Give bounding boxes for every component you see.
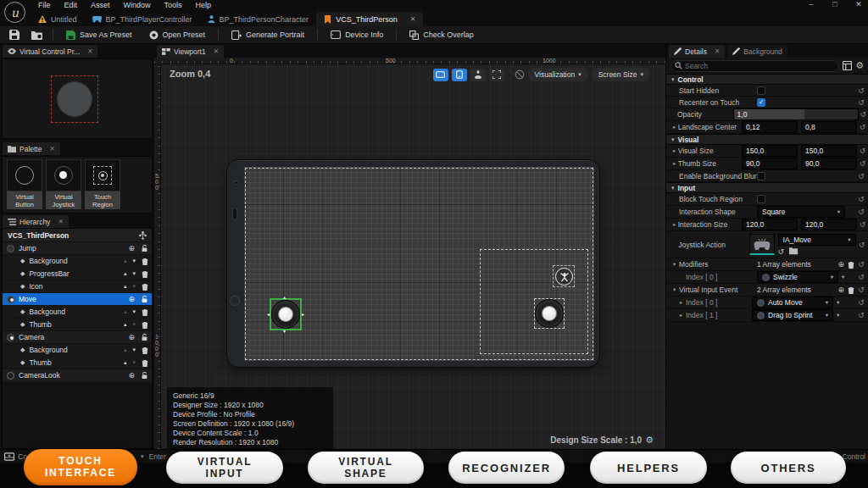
add-child-icon[interactable]: ⊕ (128, 295, 135, 303)
search-input[interactable] (670, 60, 839, 72)
close-icon[interactable]: ✕ (58, 218, 63, 225)
hierarchy-row-camera-background[interactable]: ◆ Background ▴ ▾ (3, 344, 152, 356)
hierarchy-row-cameralook[interactable]: CameraLook ⊕ (3, 369, 152, 381)
recognizer-button[interactable]: RECOGNIZER (448, 452, 565, 484)
reset-icon[interactable]: ↺ (857, 147, 868, 155)
preview-control-circle[interactable] (57, 81, 92, 117)
reset-icon[interactable]: ↺ (854, 195, 868, 203)
clear-array-icon[interactable] (848, 261, 854, 269)
tab-viewport[interactable]: Viewport1 ✕ (157, 45, 224, 58)
others-button[interactable]: OTHERS (731, 452, 846, 484)
reset-icon[interactable]: ↺ (857, 123, 868, 131)
camera-joystick-selection[interactable] (534, 298, 565, 329)
lock-icon[interactable] (141, 295, 148, 303)
interaction-size-y-field[interactable]: 120,0 (801, 219, 857, 230)
palette-item-virtual-joystick[interactable]: VirtualJoystick (46, 159, 81, 210)
hierarchy-row-move-background[interactable]: ◆ Backgound ▴ ▾ (3, 306, 152, 318)
add-element-icon[interactable]: ⊕ (837, 286, 844, 294)
lock-icon[interactable] (141, 333, 148, 341)
reset-icon[interactable]: ↺ (854, 208, 868, 216)
move-down-icon[interactable]: ▾ (132, 308, 136, 315)
delete-icon[interactable] (142, 347, 148, 354)
start-hidden-checkbox[interactable] (757, 86, 765, 95)
input-action-thumbnail[interactable] (749, 234, 775, 255)
menu-help[interactable]: Help (189, 0, 219, 11)
browse-to-asset-button[interactable] (27, 27, 47, 42)
reset-icon[interactable]: ↺ (859, 110, 868, 119)
lock-icon[interactable] (141, 244, 148, 252)
tab-palette[interactable]: Palette ✕ (3, 142, 60, 155)
reset-icon[interactable]: ↺ (854, 298, 868, 307)
close-icon[interactable]: ✕ (214, 47, 219, 55)
reset-icon[interactable]: ↺ (854, 98, 868, 107)
move-down-icon[interactable]: ▾ (132, 359, 136, 366)
console-command-input[interactable]: ▾ Enter (141, 452, 166, 461)
element-menu-icon[interactable]: ▾ (842, 274, 844, 280)
generate-portrait-button[interactable]: Generate Portrait (225, 27, 311, 42)
helpers-button[interactable]: HELPERS (590, 452, 707, 484)
tab-vcs-thirdperson[interactable]: VCS_ThirdPerson ✕ (316, 12, 423, 26)
section-input[interactable]: ▾ Input (666, 182, 868, 193)
move-down-icon[interactable]: ▾ (132, 321, 136, 328)
screen-size-dropdown[interactable]: Screen Size▾ (592, 68, 650, 81)
move-joystick-selection[interactable]: ▴ ▾ ◂ ▸ (270, 298, 302, 330)
menu-tools[interactable]: Tools (158, 0, 189, 11)
delete-icon[interactable] (142, 308, 148, 316)
tab-background[interactable]: Background (727, 45, 787, 58)
thumb-size-y-field[interactable]: 90,0 (801, 158, 857, 169)
tab-hierarchy[interactable]: Hierarchy ✕ (3, 215, 69, 228)
unreal-logo-icon[interactable]: u (4, 2, 25, 23)
expander-icon[interactable]: ▸ (680, 299, 686, 306)
camera-joystick-background[interactable] (535, 299, 564, 328)
portrait-orientation-button[interactable] (452, 69, 467, 81)
menu-window[interactable]: Window (117, 0, 158, 11)
save-asset-button[interactable] (5, 27, 24, 42)
virtual-shape-button[interactable]: VIRTUALSHAPE (308, 452, 424, 484)
section-visual[interactable]: ▾ Visual (666, 134, 868, 145)
add-child-icon[interactable]: ⊕ (128, 371, 135, 380)
tab-virtual-control-preview[interactable]: Virtual Control Pr... ✕ (3, 45, 97, 58)
resize-handle-icon[interactable]: ◂ (267, 312, 270, 317)
hierarchy-row-move[interactable]: Move ⊕ (3, 293, 152, 305)
move-up-icon[interactable]: ▴ (124, 258, 127, 264)
move-down-icon[interactable]: ▾ (132, 283, 136, 290)
tab-untitled[interactable]: Untitled (31, 12, 85, 26)
lock-icon[interactable] (141, 371, 148, 380)
resize-handle-icon[interactable]: ▸ (302, 312, 304, 317)
check-overlap-button[interactable]: Check Overlap (403, 27, 481, 42)
modifier-0-dropdown[interactable]: Swizzle ▾ (757, 271, 838, 283)
hierarchy-root-row[interactable]: VCS_ThirdPerson (3, 229, 152, 241)
landscape-center-y-field[interactable]: 0,8 (801, 121, 857, 133)
reset-icon[interactable]: ↺ (857, 159, 868, 168)
visual-size-x-field[interactable]: 150,0 (742, 145, 798, 157)
opacity-slider[interactable]: 1,0 (733, 108, 859, 120)
add-child-icon[interactable]: ⊕ (128, 244, 135, 252)
reset-icon[interactable]: ↺ (854, 273, 868, 281)
menu-edit[interactable]: Edit (58, 0, 85, 11)
move-up-icon[interactable]: ▴ (124, 347, 127, 353)
save-as-preset-button[interactable]: Save As Preset (59, 27, 139, 42)
camera-joystick-thumb[interactable] (542, 306, 557, 321)
jump-button-selection[interactable] (553, 265, 575, 287)
joystick-action-dropdown[interactable]: IA_Move▾ (778, 234, 856, 246)
browse-asset-icon[interactable] (789, 247, 798, 255)
hierarchy-row-jump-icon[interactable]: ◆ Icon ▴ ▾ (3, 280, 152, 292)
thumb-size-x-field[interactable]: 90,0 (742, 158, 798, 169)
move-down-icon[interactable]: ▾ (132, 270, 136, 277)
move-joystick-background[interactable] (271, 300, 300, 329)
widget-tree-icon[interactable] (139, 231, 147, 240)
reset-icon[interactable]: ↺ (854, 172, 868, 180)
hierarchy-row-jump-progressbar[interactable]: ◆ ProgressBar ▴ ▾ (3, 268, 152, 280)
device-info-button[interactable]: Device Info (324, 27, 390, 42)
block-touch-region-checkbox[interactable] (757, 195, 765, 203)
palette-item-touch-region[interactable]: TouchRegion (85, 159, 120, 210)
visual-size-y-field[interactable]: 150,0 (801, 145, 857, 157)
expander-icon[interactable]: ▾ (673, 286, 679, 293)
selection-outline-button[interactable] (489, 69, 504, 81)
jump-button-widget[interactable] (555, 268, 573, 286)
open-preset-button[interactable]: Open Preset (142, 27, 213, 42)
close-icon[interactable]: ✕ (49, 145, 54, 152)
interaction-shape-dropdown[interactable]: Square▾ (757, 206, 845, 218)
vie-0-dropdown[interactable]: Auto Move ▾ (752, 297, 833, 308)
delete-icon[interactable] (142, 258, 148, 265)
